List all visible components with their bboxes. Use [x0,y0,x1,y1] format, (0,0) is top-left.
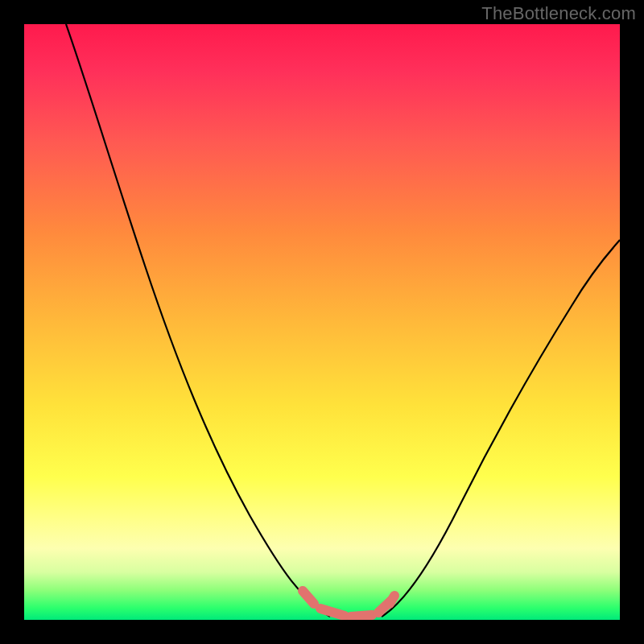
svg-line-2 [351,615,372,617]
right-curve [382,240,620,617]
chart-frame: TheBottleneck.com [0,0,644,644]
svg-line-0 [303,591,314,604]
watermark-text: TheBottleneck.com [481,3,636,24]
svg-line-4 [390,596,394,604]
left-curve [66,24,330,617]
bottom-highlight [303,591,394,617]
svg-line-1 [320,609,345,616]
plot-area [24,24,620,620]
curve-layer [24,24,620,620]
